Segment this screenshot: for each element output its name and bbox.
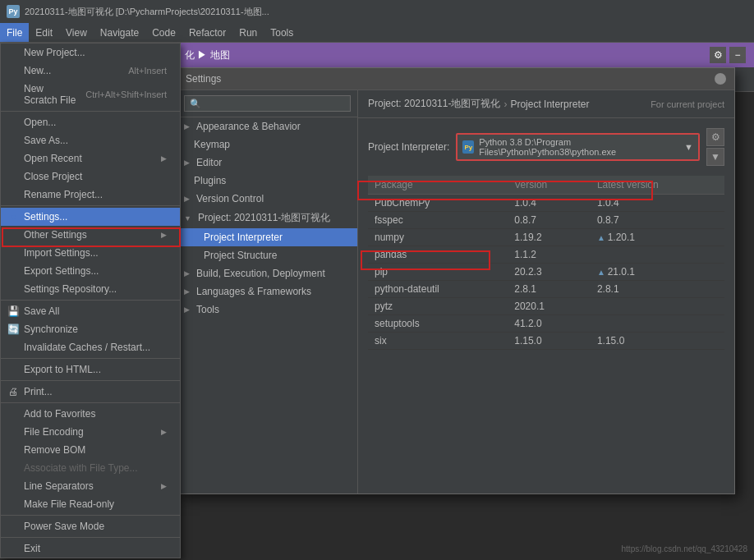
menu-item-settings-repo[interactable]: Settings Repository...: [1, 280, 180, 298]
interpreter-row: Project Interpreter: Py Python 3.8 D:\Pr…: [368, 128, 724, 166]
breadcrumb-project: Project: 20210311-地图可视化: [368, 97, 500, 111]
package-version: 41.2.0: [508, 315, 591, 333]
close-project-label: Close Project: [24, 171, 82, 182]
tree-item-project-interpreter[interactable]: Project Interpreter: [177, 228, 357, 246]
menu-item-export-html[interactable]: Export to HTML...: [1, 360, 180, 379]
open-label: Open...: [24, 117, 56, 128]
interpreter-select[interactable]: Py Python 3.8 D:\Program Files\Python\Py…: [456, 133, 700, 161]
menu-item-rename-project[interactable]: Rename Project...: [1, 186, 180, 204]
menu-item-make-read-only[interactable]: Make File Read-only: [1, 495, 180, 513]
menu-edit[interactable]: Edit: [29, 23, 59, 42]
main-area: 化 ▶ 地图 ⚙ − New Project... New... Alt+Ins…: [0, 43, 754, 560]
menu-item-open[interactable]: Open...: [1, 113, 180, 131]
menu-item-save-as[interactable]: Save As...: [1, 131, 180, 149]
ide-top-bar: 化 ▶ 地图 ⚙ −: [177, 43, 754, 67]
menu-item-close-project[interactable]: Close Project: [1, 168, 180, 186]
tree-item-version-control[interactable]: ▶ Version Control: [177, 190, 357, 208]
table-row: pip 20.2.3 ▲ 21.0.1: [368, 264, 724, 281]
menu-item-open-recent[interactable]: Open Recent: [1, 149, 180, 168]
menu-refactor[interactable]: Refactor: [182, 23, 232, 42]
title-bar: Py 20210311-地图可视化 [D:\PycharmProjects\20…: [0, 0, 754, 23]
menu-item-new-project[interactable]: New Project...: [1, 44, 180, 62]
open-recent-label: Open Recent: [24, 153, 82, 164]
update-arrow: ▲: [597, 268, 608, 277]
interpreter-settings-button[interactable]: ⚙: [706, 128, 724, 146]
menu-item-power-save[interactable]: Power Save Mode: [1, 517, 180, 535]
tree-item-project-structure[interactable]: Project Structure: [177, 246, 357, 264]
expand-arrow-build: ▶: [184, 269, 190, 278]
package-latest: [591, 246, 724, 264]
menu-item-other-settings[interactable]: Other Settings: [1, 226, 180, 244]
menu-item-file-encoding[interactable]: File Encoding: [1, 423, 180, 441]
settings-search-input[interactable]: [184, 95, 351, 112]
menu-item-add-favorites[interactable]: Add to Favorites: [1, 405, 180, 423]
package-version: 1.0.4: [508, 195, 591, 212]
print-label: Print...: [24, 386, 53, 397]
save-all-label: Save All: [24, 305, 59, 317]
save-as-label: Save As...: [24, 135, 68, 146]
package-version: 1.19.2: [508, 229, 591, 246]
title-text: 20210311-地图可视化 [D:\PycharmProjects\20210…: [25, 6, 269, 18]
minus-icon[interactable]: −: [729, 47, 746, 63]
expand-arrow-vc: ▶: [184, 195, 190, 203]
remove-bom-label: Remove BOM: [24, 444, 85, 456]
col-latest: Latest version: [591, 176, 724, 195]
tree-label-keymap: Keymap: [194, 139, 230, 150]
dialog-title: Settings: [186, 73, 221, 85]
add-favorites-label: Add to Favorites: [24, 408, 95, 420]
table-row: setuptools 41.2.0: [368, 315, 724, 333]
menu-view[interactable]: View: [59, 23, 94, 42]
package-latest: [591, 315, 724, 333]
tree-item-build[interactable]: ▶ Build, Execution, Deployment: [177, 264, 357, 282]
settings-dialog: Settings ▶ Appearance & Behavior Keymap: [177, 67, 735, 494]
other-settings-label: Other Settings: [24, 229, 87, 241]
settings-right-panel: Project: 20210311-地图可视化 › Project Interp…: [358, 90, 734, 493]
gear-icon[interactable]: ⚙: [710, 47, 726, 63]
tree-item-languages[interactable]: ▶ Languages & Frameworks: [177, 282, 357, 301]
separator-3: [1, 300, 180, 301]
package-version: 0.8.7: [508, 212, 591, 229]
tree-item-appearance[interactable]: ▶ Appearance & Behavior: [177, 117, 357, 135]
tree-item-editor[interactable]: ▶ Editor: [177, 154, 357, 172]
expand-arrow-languages: ▶: [184, 287, 190, 296]
menu-item-settings[interactable]: ● Settings...: [1, 208, 180, 226]
package-name: python-dateutil: [368, 281, 508, 298]
export-settings-label: Export Settings...: [24, 265, 99, 277]
menu-item-remove-bom[interactable]: Remove BOM: [1, 441, 180, 459]
expand-arrow-editor: ▶: [184, 158, 190, 167]
tree-item-plugins[interactable]: Plugins: [177, 172, 357, 190]
interpreter-label: Project Interpreter:: [368, 141, 449, 153]
table-row: python-dateutil 2.8.1 2.8.1: [368, 281, 724, 298]
interpreter-menu-button[interactable]: ▼: [706, 148, 724, 166]
dialog-close-button[interactable]: [715, 73, 726, 85]
dialog-content: ▶ Appearance & Behavior Keymap ▶ Editor …: [177, 90, 734, 493]
menu-item-line-separators[interactable]: Line Separators: [1, 477, 180, 495]
menu-item-associate-file-type: Associate with File Type...: [1, 459, 180, 477]
breadcrumb-arrow: ›: [503, 99, 507, 110]
menu-item-export-settings[interactable]: Export Settings...: [1, 262, 180, 280]
menu-item-new[interactable]: New... Alt+Insert: [1, 62, 180, 80]
separator-7: [1, 515, 180, 516]
menu-item-exit[interactable]: Exit: [1, 539, 180, 558]
menu-navigate[interactable]: Navigate: [94, 23, 145, 42]
tree-item-project[interactable]: ▼ Project: 20210311-地图可视化: [177, 208, 357, 228]
watermark: https://blog.csdn.net/qq_43210428: [622, 544, 747, 553]
menu-item-print[interactable]: 🖨 Print...: [1, 383, 180, 401]
menu-item-save-all[interactable]: 💾 Save All: [1, 302, 180, 320]
package-version: 2020.1: [508, 298, 591, 315]
print-icon: 🖨: [7, 386, 19, 397]
menu-code[interactable]: Code: [145, 23, 182, 42]
separator-4: [1, 358, 180, 359]
menu-tools[interactable]: Tools: [264, 23, 300, 42]
menu-run[interactable]: Run: [232, 23, 264, 42]
settings-repo-label: Settings Repository...: [24, 283, 117, 295]
tree-item-tools[interactable]: ▶ Tools: [177, 301, 357, 319]
menu-item-synchronize[interactable]: 🔄 Synchronize: [1, 320, 180, 338]
settings-icon-left: ●: [7, 211, 19, 223]
menu-item-import-settings[interactable]: Import Settings...: [1, 244, 180, 262]
menu-item-invalidate-caches[interactable]: Invalidate Caches / Restart...: [1, 338, 180, 356]
expand-arrow-tools: ▶: [184, 305, 190, 314]
menu-file[interactable]: File: [0, 23, 29, 42]
menu-item-new-scratch[interactable]: New Scratch File Ctrl+Alt+Shift+Insert: [1, 80, 180, 109]
tree-item-keymap[interactable]: Keymap: [177, 135, 357, 154]
